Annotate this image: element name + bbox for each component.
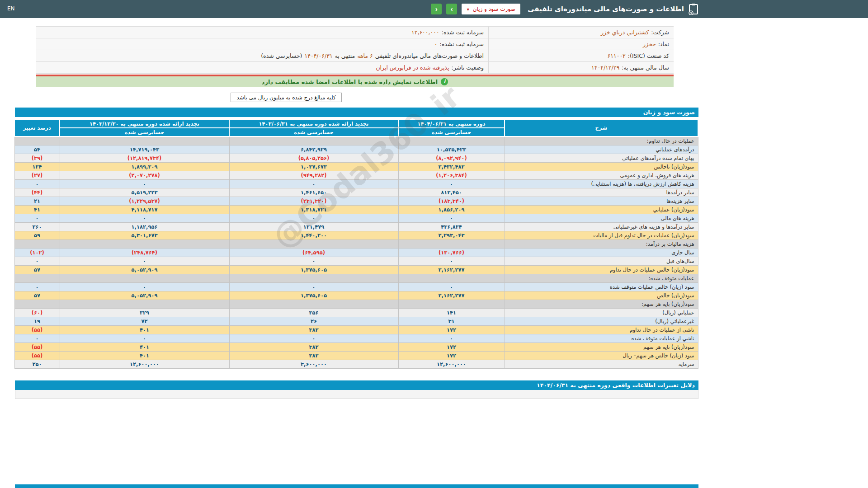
- row-value: ۴,۱۱۸,۷۱۷: [60, 205, 229, 214]
- row-value: ۱۲,۶۰۰,۰۰۰: [398, 360, 505, 368]
- table-row: هزینه های مالی۰۰۰۰: [14, 214, 698, 222]
- row-label: هزینه کاهش ارزش دریافتنی ها (هزینه استثن…: [505, 179, 698, 188]
- language-switch-en[interactable]: EN: [7, 5, 15, 12]
- row-value: ۰: [14, 214, 60, 222]
- row-value: ۲,۱۶۲,۲۷۷: [398, 265, 505, 274]
- row-value: ۰: [398, 214, 505, 222]
- audited-subheader: حسابرسی شده: [60, 128, 229, 136]
- row-label: سود (زیان) خالص هر سهم– ریال: [505, 351, 698, 360]
- table-row: عملیاتي (ریال)۱۴۱۳۵۶۳۲۹(۶۰): [14, 308, 698, 317]
- row-value: ۷۲: [60, 317, 229, 325]
- row-value: [398, 239, 505, 248]
- changes-reasons-empty-row: [15, 390, 698, 399]
- row-value: ۵,۵۱۹,۲۲۳: [60, 188, 229, 197]
- row-value: ۳۸۲: [229, 351, 398, 360]
- isic-label: کد صنعت (ISIC):: [628, 52, 669, 59]
- row-value: ۱۷۲: [398, 325, 505, 334]
- col-header-percent-change: درصد تغییر: [14, 119, 60, 136]
- row-value: ۱,۸۵۶,۲۰۹: [398, 205, 505, 214]
- table-row: سود(زیان) ناخالص۲,۴۳۲,۴۸۳۱,۰۳۷,۶۷۳۱,۸۹۹,…: [14, 162, 698, 171]
- row-value: ۵,۰۵۲,۹۰۹: [60, 265, 229, 274]
- row-label: سود(زیان) ناخالص: [505, 162, 698, 171]
- row-value: ۱,۱۸۲,۹۵۶: [60, 222, 229, 231]
- next-statement-button[interactable]: ›: [446, 4, 457, 14]
- symbol-value: حخزر: [643, 41, 656, 47]
- row-value: ۰: [14, 282, 60, 291]
- row-value: [229, 274, 398, 282]
- row-label: ناشي از عملیات متوقف شده: [505, 334, 698, 343]
- row-label: سود(زیان) عملیاتي: [505, 205, 698, 214]
- row-value: ۴۰۱: [60, 343, 229, 351]
- row-value: ۲۱: [14, 197, 60, 205]
- row-value: ۲۶: [229, 317, 398, 325]
- row-value: [60, 136, 229, 145]
- row-value: ۰: [229, 334, 398, 343]
- row-label: بهای تمام شده درآمدهای عملیاتي: [505, 154, 698, 162]
- row-label: هزینه های مالی: [505, 214, 698, 222]
- row-value: ۵,۳۰۱,۶۷۳: [60, 231, 229, 239]
- row-value: ۰: [398, 282, 505, 291]
- row-value: (۸,۰۹۲,۹۴۰): [398, 154, 505, 162]
- table-row: سود(زیان) عملیات در حال تداوم قبل از مال…: [14, 231, 698, 239]
- row-value: ۰: [398, 334, 505, 343]
- row-value: ۱۰,۵۲۵,۴۲۳: [398, 145, 505, 154]
- row-value: [398, 274, 505, 282]
- row-label: عملیات در حال تداوم:: [505, 136, 698, 145]
- page: اطلاعات و صورت‌های مالی میاندوره‌ای تلفی…: [0, 0, 868, 488]
- col-header-restated-yearend: تجدید ارائه شده دوره منتهی به ۱۴۰۳/۱۲/۳۰: [60, 119, 229, 128]
- row-value: [14, 300, 60, 308]
- row-value: ۰: [14, 257, 60, 265]
- row-value: ۱,۴۴۰,۲۰۰: [229, 231, 398, 239]
- row-value: [60, 239, 229, 248]
- unregistered-capital-label: سرمایه ثبت نشده:: [440, 41, 484, 47]
- row-value: (۵۵): [14, 343, 60, 351]
- signature-match-text: اطلاعات نمایش داده شده با اطلاعات امضا ش…: [262, 79, 438, 85]
- prev-statement-button[interactable]: ‹: [431, 4, 442, 14]
- row-value: ۸۱۳,۴۵۰: [398, 188, 505, 197]
- row-label: سرمایه: [505, 360, 698, 368]
- row-value: [398, 300, 505, 308]
- row-label: سایر هزینه‌ها: [505, 197, 698, 205]
- row-value: (۱,۲۲۹,۵۳۷): [60, 197, 229, 205]
- table-row: سایر درآمدها و هزینه های غیرعملیاتی۴۳۶,۸…: [14, 222, 698, 231]
- row-value: (۲۷): [14, 171, 60, 179]
- company-info-table: شرکت: کشتیراني درياي خزر سرمایه ثبت شده:…: [36, 26, 674, 74]
- row-value: ۲,۴۳۲,۴۸۳: [398, 162, 505, 171]
- row-value: ۰: [14, 179, 60, 188]
- statement-dropdown[interactable]: صورت سود و زیان ▾: [462, 4, 520, 14]
- row-value: [60, 300, 229, 308]
- report-period-date: ۱۴۰۴/۰۶/۳۱: [305, 52, 333, 59]
- row-value: ۵۴: [14, 145, 60, 154]
- row-value: [229, 136, 398, 145]
- report-period-text: اطلاعات و صورت‌های مالی میاندوره‌ای تلفی…: [375, 52, 484, 59]
- row-label: ناشي از عملیات در حال تداوم: [505, 325, 698, 334]
- row-value: ۰: [60, 214, 229, 222]
- row-value: ۳۸۲: [229, 325, 398, 334]
- issuer-status-value: پذیرفته شده در فرابورس ایران: [376, 64, 449, 71]
- row-value: ۲,۲۹۳,۰۴۳: [398, 231, 505, 239]
- clipboard-report-icon: [689, 3, 698, 15]
- chevron-down-icon: ▾: [467, 7, 469, 12]
- table-row: غیرعملیاتي (ریال)۳۱۲۶۷۲۱۹: [14, 317, 698, 325]
- row-value: ۱,۳۷۵,۶۰۵: [229, 265, 398, 274]
- table-row: سال‌های قبل۰۰۰۰: [14, 257, 698, 265]
- registered-capital-label: سرمایه ثبت شده:: [442, 29, 484, 36]
- col-header-restated-midyear: تجدید ارائه شده دوره منتهی به ۱۴۰۳/۰۶/۳۱: [229, 119, 398, 128]
- row-value: (۶۰): [14, 308, 60, 317]
- table-row: هزینه های فروش، اداری و عمومی(۱,۲۰۶,۳۸۴)…: [14, 171, 698, 179]
- row-value: ۵۷: [14, 265, 60, 274]
- row-value: (۱,۲۰۶,۳۸۴): [398, 171, 505, 179]
- row-value: (۱۳۰,۷۶۶): [398, 248, 505, 257]
- info-row-fiscal-year: سال مالی منتهی به: ۱۴۰۴/۱۲/۲۹ وضعیت ناشر…: [36, 62, 674, 74]
- changes-reasons-title: دلایل تغییرات اطلاعات واقعی دوره منتهی ب…: [15, 380, 698, 390]
- row-value: ۳۵۶: [229, 308, 398, 317]
- fiscal-year-label: سال مالی منتهی به:: [622, 64, 669, 71]
- table-row: سال جاری(۱۳۰,۷۶۶)(۶۴,۵۹۵)(۲۴۸,۷۶۴)(۱۰۲): [14, 248, 698, 257]
- row-value: [60, 274, 229, 282]
- row-value: ۰: [14, 334, 60, 343]
- row-value: ۲۶۰: [14, 222, 60, 231]
- row-value: ۰: [60, 334, 229, 343]
- col-header-current-period: دوره منتهی به ۱۴۰۴/۰۶/۳۱: [398, 119, 505, 128]
- row-value: ۵۷: [14, 291, 60, 300]
- row-value: ۰: [60, 257, 229, 265]
